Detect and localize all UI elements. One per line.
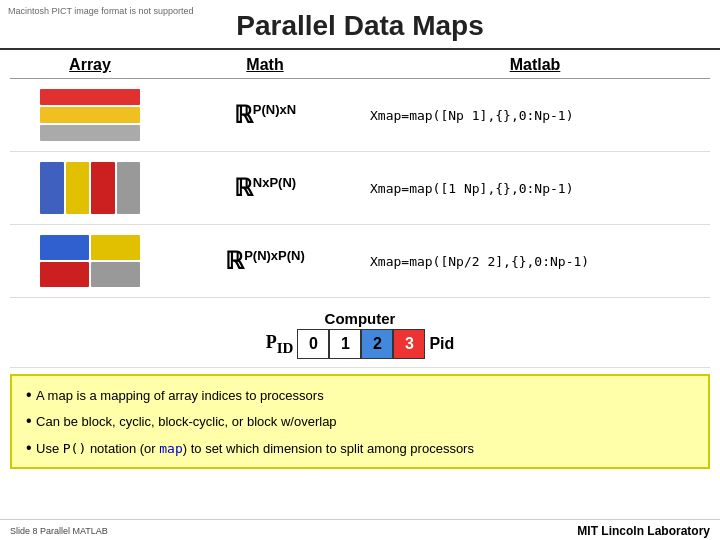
- col-header-array: Array: [10, 56, 170, 74]
- math-symbol-row3: ℝP(N)xP(N): [225, 247, 305, 275]
- matlab-code-row3: Xmap=map([Np/2 2],{},0:Np-1): [370, 254, 589, 269]
- col-seg-1: [40, 162, 64, 214]
- array-vis-row3: [10, 235, 170, 287]
- matlab-code-row2: Xmap=map([1 Np],{},0:Np-1): [370, 181, 574, 196]
- block-1: [40, 235, 89, 260]
- computer-label: Computer: [325, 310, 396, 327]
- computer-pid-section: Computer PID 0 1 2 3 Pid: [10, 298, 710, 368]
- math-sup-row2: NxP(N): [253, 175, 296, 190]
- main-content: Array Math Matlab ℝP(N)xN Xmap=map([Np 1…: [0, 50, 720, 475]
- math-symbol-row2: ℝNxP(N): [234, 174, 296, 202]
- math-sup-row3: P(N)xP(N): [244, 248, 305, 263]
- col-header-math: Math: [170, 56, 360, 74]
- math-cell-row2: ℝNxP(N): [170, 174, 360, 202]
- bullet-item-2: Can be block, cyclic, block-cyclic, or b…: [26, 410, 694, 432]
- array-vis-row2: [10, 162, 170, 214]
- array-col-partition: [40, 162, 140, 214]
- computer-pid-wrapper: Computer PID 0 1 2 3 Pid: [266, 310, 455, 359]
- math-cell-row3: ℝP(N)xP(N): [170, 247, 360, 275]
- pid-label: PID: [266, 332, 294, 357]
- col-header-matlab: Matlab: [360, 56, 710, 74]
- table-row: ℝP(N)xP(N) Xmap=map([Np/2 2],{},0:Np-1): [10, 225, 710, 298]
- array-block-partition: [40, 235, 140, 287]
- stripe-3: [40, 125, 140, 141]
- matlab-cell-row1: Xmap=map([Np 1],{},0:Np-1): [360, 107, 710, 123]
- unsupported-notice: Macintosh PICT image format is not suppo…: [8, 6, 193, 18]
- block-2: [91, 235, 140, 260]
- pid-text: Pid: [429, 335, 454, 353]
- math-cell-row1: ℝP(N)xN: [170, 101, 360, 129]
- matlab-cell-row3: Xmap=map([Np/2 2],{},0:Np-1): [360, 253, 710, 269]
- footer-institution: MIT Lincoln Laboratory: [577, 524, 710, 538]
- table-row: ℝP(N)xN Xmap=map([Np 1],{},0:Np-1): [10, 79, 710, 152]
- matlab-cell-row2: Xmap=map([1 Np],{},0:Np-1): [360, 180, 710, 196]
- array-row-partition: [40, 89, 140, 141]
- pid-sub: ID: [277, 339, 294, 355]
- pid-cell-3: 3: [393, 329, 425, 359]
- col-seg-3: [91, 162, 115, 214]
- pid-cell-2: 2: [361, 329, 393, 359]
- pid-row: PID 0 1 2 3 Pid: [266, 329, 455, 359]
- bullet-item-1: A map is a mapping of array indices to p…: [26, 384, 694, 406]
- table-row: ℝNxP(N) Xmap=map([1 Np],{},0:Np-1): [10, 152, 710, 225]
- matlab-code-row1: Xmap=map([Np 1],{},0:Np-1): [370, 108, 574, 123]
- block-3: [40, 262, 89, 287]
- block-4: [91, 262, 140, 287]
- stripe-1: [40, 89, 140, 105]
- bullet-item-3: Use P() notation (or map) to set which d…: [26, 437, 694, 459]
- footer: Slide 8 Parallel MATLAB MIT Lincoln Labo…: [0, 519, 720, 540]
- array-vis-row1: [10, 89, 170, 141]
- pid-cell-1: 1: [329, 329, 361, 359]
- stripe-2: [40, 107, 140, 123]
- math-symbol-row1: ℝP(N)xN: [234, 101, 296, 129]
- math-sup-row1: P(N)xN: [253, 102, 296, 117]
- col-seg-4: [117, 162, 141, 214]
- pid-cell-0: 0: [297, 329, 329, 359]
- header: Macintosh PICT image format is not suppo…: [0, 0, 720, 50]
- footer-slide-info: Slide 8 Parallel MATLAB: [10, 525, 108, 538]
- col-seg-2: [66, 162, 90, 214]
- page-title: Parallel Data Maps: [236, 10, 483, 41]
- bullet-section: A map is a mapping of array indices to p…: [10, 374, 710, 469]
- column-headers: Array Math Matlab: [10, 50, 710, 79]
